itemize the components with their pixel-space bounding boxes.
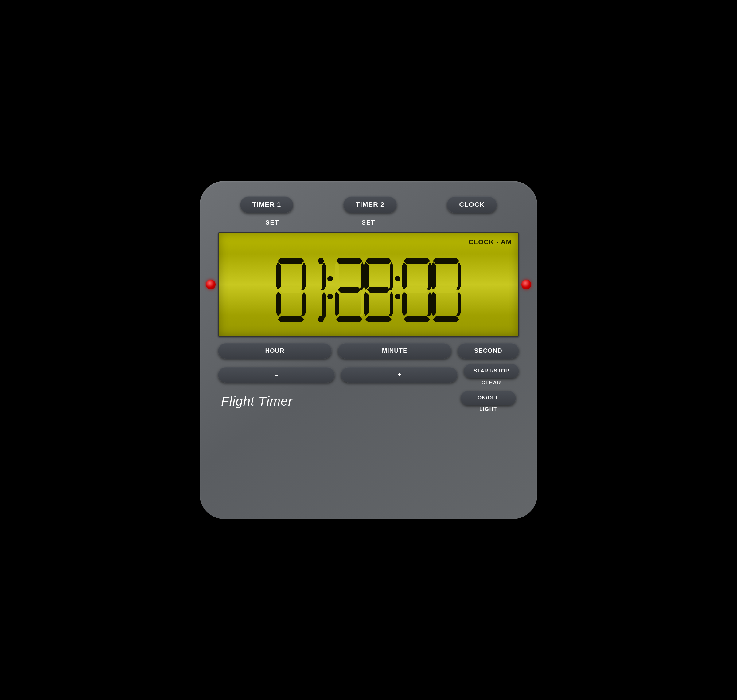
onoff-button[interactable]: ON/OFF: [461, 391, 516, 405]
svg-marker-13: [338, 287, 361, 293]
brand-label: Flight Timer: [221, 394, 293, 409]
svg-marker-18: [366, 258, 392, 264]
digit-1: [305, 255, 326, 323]
svg-marker-5: [301, 292, 305, 316]
svg-marker-7: [318, 258, 324, 264]
colon2: [393, 255, 402, 323]
svg-marker-6: [278, 316, 304, 322]
set2-label: SET: [320, 219, 416, 226]
display-wrapper: CLOCK - AM: [218, 232, 519, 337]
digit-8: [364, 255, 393, 323]
minus-button[interactable]: –: [218, 367, 335, 382]
minute-button[interactable]: MINUTE: [338, 343, 451, 359]
time-display: [225, 249, 512, 330]
digit-2: [335, 255, 364, 323]
svg-marker-15: [336, 316, 363, 322]
light-label: LIGHT: [479, 407, 497, 412]
digit-sec2: [432, 255, 461, 323]
svg-marker-28: [405, 287, 429, 293]
plus-button[interactable]: +: [341, 367, 458, 382]
lcd-display: CLOCK - AM: [218, 232, 519, 337]
svg-marker-22: [364, 292, 368, 316]
digit-sec1: [402, 255, 432, 323]
brand-row: Flight Timer ON/OFF LIGHT: [218, 391, 519, 412]
svg-marker-27: [427, 262, 432, 290]
bottom-section: HOUR MINUTE SECOND – + START/STOP CLEAR …: [218, 343, 519, 412]
svg-marker-11: [336, 258, 363, 264]
svg-marker-31: [404, 316, 430, 322]
svg-marker-34: [456, 262, 461, 290]
svg-marker-26: [402, 262, 407, 290]
clear-label: CLEAR: [481, 380, 501, 386]
svg-marker-1: [276, 262, 281, 290]
hour-button[interactable]: HOUR: [218, 343, 332, 359]
svg-marker-20: [389, 262, 393, 290]
svg-marker-23: [389, 292, 393, 316]
svg-marker-24: [366, 316, 392, 322]
display-mode-label: CLOCK - AM: [225, 238, 512, 246]
svg-marker-21: [367, 287, 390, 293]
svg-marker-36: [432, 292, 436, 316]
svg-marker-35: [435, 287, 458, 293]
control-buttons-row: – + START/STOP CLEAR: [218, 363, 519, 386]
svg-marker-37: [456, 292, 461, 316]
startstop-button[interactable]: START/STOP: [464, 363, 519, 378]
second-button[interactable]: SECOND: [458, 343, 519, 359]
set-labels-row: SET SET: [218, 219, 519, 226]
timer2-button[interactable]: TIMER 2: [343, 196, 397, 213]
set1-label: SET: [224, 219, 320, 226]
svg-marker-38: [433, 316, 459, 322]
svg-marker-0: [278, 258, 304, 264]
svg-marker-3: [279, 287, 302, 293]
svg-marker-14: [335, 292, 339, 316]
svg-marker-30: [427, 292, 432, 316]
top-buttons-row: TIMER 1 TIMER 2 CLOCK: [218, 196, 519, 213]
svg-marker-29: [402, 292, 407, 316]
svg-marker-25: [404, 258, 430, 264]
clock-button[interactable]: CLOCK: [447, 196, 497, 213]
right-controls: START/STOP CLEAR: [464, 363, 519, 386]
flight-timer-device: TIMER 1 TIMER 2 CLOCK SET SET CLOCK - AM: [200, 181, 537, 519]
svg-marker-16: [335, 262, 339, 290]
svg-marker-4: [276, 292, 281, 316]
svg-marker-32: [433, 258, 459, 264]
colon1: [326, 255, 335, 323]
svg-marker-17: [359, 292, 364, 316]
svg-marker-9: [321, 292, 326, 319]
led-left: [206, 279, 216, 290]
svg-marker-2: [301, 262, 305, 290]
adjust-buttons-row: HOUR MINUTE SECOND: [218, 343, 519, 359]
timer1-button[interactable]: TIMER 1: [240, 196, 294, 213]
svg-marker-33: [432, 262, 436, 290]
svg-marker-12: [359, 262, 364, 290]
digit-0: [276, 255, 305, 323]
led-right: [521, 279, 531, 290]
svg-marker-19: [364, 262, 368, 290]
svg-marker-8: [321, 262, 326, 290]
